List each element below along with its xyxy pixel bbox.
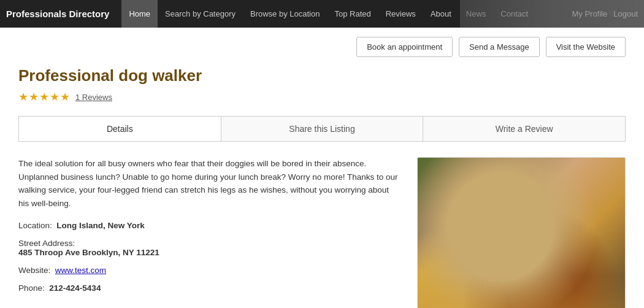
nav-link-toprated[interactable]: Top Rated <box>327 0 378 28</box>
reviews-link[interactable]: 1 Reviews <box>75 93 112 102</box>
nav-link-location[interactable]: Browse by Location <box>243 0 327 28</box>
nav-link-category[interactable]: Search by Category <box>158 0 243 28</box>
visit-website-button[interactable]: Visit the Website <box>546 37 626 57</box>
nav-brand: Professionals Directory <box>6 9 109 19</box>
tab-details[interactable]: Details <box>19 117 221 141</box>
phone-value: 212-424-5434 <box>49 283 101 293</box>
listing-photo <box>418 158 625 308</box>
nav-link-about[interactable]: About <box>423 0 459 28</box>
phone-row: Phone: 212-424-5434 <box>18 283 399 293</box>
description-text: The ideal solution for all busy owners w… <box>18 157 399 210</box>
book-appointment-button[interactable]: Book an appointment <box>356 37 453 57</box>
detail-layout: The ideal solution for all busy owners w… <box>18 157 626 308</box>
street-value: 485 Throop Ave Brooklyn, NY 11221 <box>18 248 159 257</box>
location-value: Long Island, New York <box>56 221 145 230</box>
nav-hero-image <box>460 0 644 28</box>
website-link[interactable]: www.test.com <box>55 266 106 275</box>
phone-label: Phone: <box>18 283 45 293</box>
listing-photo-box <box>417 157 626 308</box>
website-label: Website: <box>18 266 50 275</box>
send-message-button[interactable]: Send a Message <box>459 37 540 57</box>
location-label: Location: <box>18 221 52 230</box>
tab-write-review[interactable]: Write a Review <box>423 117 625 141</box>
location-row: Location: Long Island, New York <box>18 221 399 230</box>
street-row: Street Address: 485 Throop Ave Brooklyn,… <box>18 239 399 257</box>
nav-link-reviews[interactable]: Reviews <box>378 0 423 28</box>
stars-row: ★★★★★ 1 Reviews <box>18 90 626 104</box>
nav-link-home[interactable]: Home <box>121 0 158 28</box>
website-row: Website: www.test.com <box>18 266 399 275</box>
tab-share[interactable]: Share this Listing <box>221 117 424 141</box>
action-bar: Book an appointment Send a Message Visit… <box>0 28 644 66</box>
tabs-container: Details Share this Listing Write a Revie… <box>18 116 626 142</box>
main-content: Professional dog walker ★★★★★ 1 Reviews … <box>0 66 644 308</box>
star-rating: ★★★★★ <box>18 90 71 104</box>
street-label: Street Address: <box>18 239 75 248</box>
listing-title: Professional dog walker <box>18 66 626 85</box>
detail-text: The ideal solution for all busy owners w… <box>18 157 399 308</box>
